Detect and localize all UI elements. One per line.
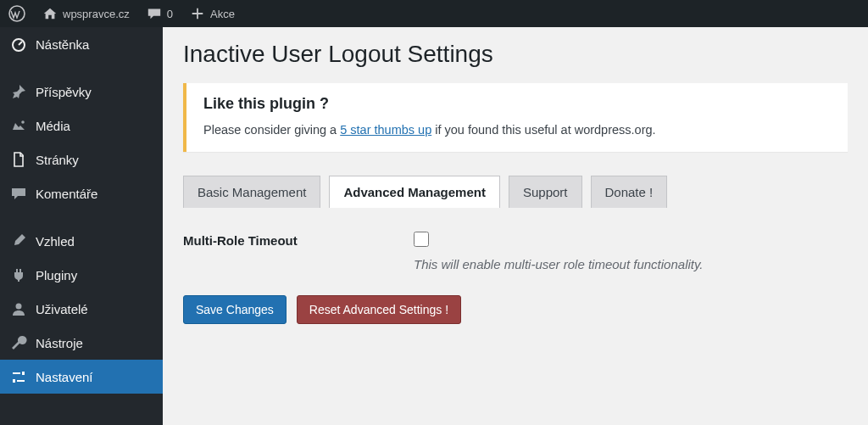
sidebar-item-uzivatele[interactable]: Uživatelé bbox=[0, 292, 163, 326]
new-content-button[interactable]: Akce bbox=[181, 0, 243, 27]
sidebar-item-nastaveni[interactable]: Nastavení bbox=[0, 360, 163, 394]
sidebar-item-pluginy[interactable]: Pluginy bbox=[0, 258, 163, 292]
comment-icon bbox=[147, 6, 162, 21]
sidebar-item-stranky[interactable]: Stránky bbox=[0, 143, 163, 176]
home-icon bbox=[42, 6, 58, 21]
form-actions: Save Changes Reset Advanced Settings ! bbox=[183, 295, 848, 324]
sidebar-item-label: Nástěnka bbox=[36, 37, 89, 52]
sidebar-item-label: Pluginy bbox=[36, 268, 77, 282]
content-area: Inactive User Logout Settings Like this … bbox=[163, 27, 868, 425]
comment-icon bbox=[10, 185, 27, 202]
reset-button[interactable]: Reset Advanced Settings ! bbox=[297, 295, 461, 324]
admin-bar: wpspravce.cz 0 Akce bbox=[0, 0, 868, 27]
media-icon bbox=[10, 117, 27, 134]
user-icon bbox=[10, 300, 27, 317]
sidebar-item-label: Nastavení bbox=[36, 370, 93, 384]
setting-description: This will enable multi-user role timeout… bbox=[414, 257, 704, 271]
plugin-rating-notice: Like this plugin ? Please consider givin… bbox=[183, 83, 848, 152]
dashboard-icon bbox=[10, 36, 27, 53]
plug-icon bbox=[10, 266, 27, 283]
site-home-link[interactable]: wpspravce.cz bbox=[34, 0, 138, 27]
save-button[interactable]: Save Changes bbox=[183, 295, 287, 324]
sidebar-item-prispevky[interactable]: Příspěvky bbox=[0, 75, 163, 109]
multi-role-timeout-checkbox[interactable] bbox=[414, 232, 429, 247]
sidebar-item-label: Nástroje bbox=[36, 336, 83, 350]
sliders-icon bbox=[10, 368, 27, 385]
sidebar-item-label: Stránky bbox=[36, 153, 79, 167]
rating-link[interactable]: 5 star thumbs up bbox=[340, 123, 431, 137]
tab-basic-management[interactable]: Basic Management bbox=[183, 176, 320, 208]
tab-support[interactable]: Support bbox=[509, 176, 582, 208]
notice-heading: Like this plugin ? bbox=[203, 95, 831, 113]
new-content-label: Akce bbox=[210, 8, 235, 20]
sidebar-item-label: Média bbox=[36, 119, 70, 133]
setting-multi-role-timeout: Multi-Role Timeout This will enable mult… bbox=[183, 232, 848, 271]
tab-donate[interactable]: Donate ! bbox=[591, 176, 668, 208]
page-title: Inactive User Logout Settings bbox=[183, 41, 848, 68]
comments-button[interactable]: 0 bbox=[138, 0, 181, 27]
wrench-icon bbox=[10, 334, 27, 351]
plus-icon bbox=[190, 6, 205, 21]
wordpress-icon bbox=[8, 5, 25, 22]
wp-logo-button[interactable] bbox=[0, 0, 34, 27]
site-name: wpspravce.cz bbox=[63, 8, 130, 20]
sidebar-item-nastenka[interactable]: Nástěnka bbox=[0, 27, 163, 61]
pin-icon bbox=[10, 83, 27, 100]
brush-icon bbox=[10, 232, 27, 249]
notice-text: Please consider giving a 5 star thumbs u… bbox=[203, 123, 831, 137]
sidebar-item-label: Uživatelé bbox=[36, 302, 88, 316]
svg-point-2 bbox=[21, 120, 25, 124]
sidebar-item-komentare[interactable]: Komentáře bbox=[0, 176, 163, 210]
tab-advanced-management[interactable]: Advanced Management bbox=[329, 176, 500, 208]
sidebar-item-label: Vzhled bbox=[36, 234, 75, 249]
sidebar-item-label: Příspěvky bbox=[36, 85, 92, 99]
sidebar-item-label: Komentáře bbox=[36, 187, 97, 201]
page-icon bbox=[10, 151, 27, 168]
settings-tabs: Basic Management Advanced Management Sup… bbox=[183, 176, 848, 208]
admin-sidebar: Nástěnka Příspěvky Média Stránky Komentá… bbox=[0, 27, 163, 425]
sidebar-item-nastroje[interactable]: Nástroje bbox=[0, 326, 163, 360]
sidebar-item-media[interactable]: Média bbox=[0, 109, 163, 143]
setting-label: Multi-Role Timeout bbox=[183, 232, 414, 248]
comment-count: 0 bbox=[167, 8, 173, 20]
sidebar-item-vzhled[interactable]: Vzhled bbox=[0, 224, 163, 258]
svg-point-3 bbox=[16, 304, 22, 310]
